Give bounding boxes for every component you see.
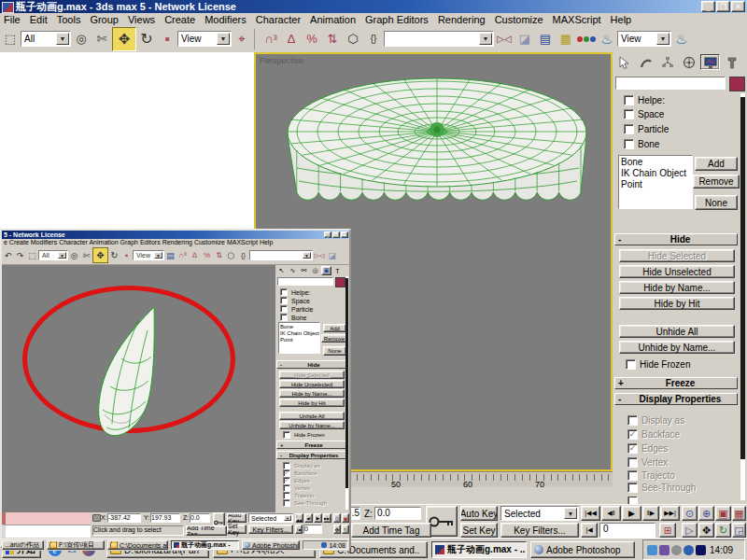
add-button[interactable]: Add — [323, 324, 346, 332]
angle-snap-icon[interactable]: ∆ — [281, 29, 302, 49]
select-by-region-icon[interactable]: ◎ — [68, 249, 80, 262]
tab-modify[interactable]: ∿ — [288, 266, 298, 275]
list-item[interactable]: Point — [621, 179, 690, 190]
arc-rotate-button[interactable]: ↻ — [715, 523, 731, 538]
menu-create[interactable]: Create — [164, 14, 195, 25]
dropdown-arrow-icon[interactable]: ▼ — [56, 33, 69, 45]
tab-modify[interactable] — [636, 54, 655, 70]
inner-taskbar-item-photoshop[interactable]: Adobe Photoshop — [242, 540, 300, 550]
auto-key-button[interactable]: Auto Key — [460, 506, 498, 521]
tray-icon[interactable] — [684, 545, 694, 555]
category-listbox[interactable]: Bone IK Chain Object Point — [278, 322, 320, 354]
checkbox-icon[interactable] — [626, 359, 636, 370]
undo-icon[interactable]: ↶ — [2, 249, 14, 262]
tray-icon[interactable] — [659, 545, 669, 555]
unhide-all-button[interactable]: Unhide All — [619, 325, 735, 338]
freeze-rollout-header[interactable]: + Freeze — [276, 441, 346, 449]
tab-display[interactable]: ▣ — [321, 266, 331, 275]
crossing-selection-icon[interactable]: ✄ — [92, 29, 112, 49]
spinner-snap-icon[interactable]: ⇅ — [322, 29, 343, 49]
checkbox-icon[interactable] — [280, 288, 288, 296]
dropdown-arrow-icon[interactable]: ▼ — [479, 33, 492, 45]
tab-utilities[interactable] — [722, 54, 741, 70]
layers-icon[interactable]: ▤ — [164, 249, 176, 262]
spinner-snap-icon[interactable]: ⇅ — [213, 249, 225, 262]
inner-menu-bar[interactable]: e Create Modifiers Character Animation G… — [2, 239, 349, 246]
rectangular-selection-icon[interactable]: ⬚ — [0, 29, 21, 49]
tab-hierarchy[interactable] — [657, 54, 677, 70]
scrollbar-thumb[interactable] — [345, 278, 348, 488]
dropdown-arrow-icon[interactable]: ▼ — [154, 252, 162, 259]
inner-toolbar[interactable]: ↶ ↷ ⬚ All▼ ◎ ✄ ✥ ↻ ▪ View▼ ▤ ∩³ ∆ % ⇅ ⬡ … — [2, 246, 349, 265]
align-icon[interactable]: ◪ — [514, 29, 535, 49]
hide-rollout-header[interactable]: - Hide — [614, 233, 738, 245]
selected-filter-dropdown[interactable]: Selected▼ — [248, 513, 293, 523]
hide-unselected-button[interactable]: Hide Unselected — [619, 265, 735, 278]
checkbox-icon[interactable] — [280, 314, 288, 321]
checkbox-icon[interactable] — [624, 109, 634, 119]
snap-toggle-3d-icon[interactable]: ∩³ — [176, 249, 189, 262]
rectangular-selection-icon[interactable]: ⬚ — [26, 249, 38, 262]
hide-unselected-button[interactable]: Hide Unselected — [279, 380, 345, 388]
mini-listener-strip[interactable] — [2, 525, 91, 538]
close-button[interactable]: × — [731, 1, 745, 12]
unhide-by-name-button[interactable]: Unhide by Name... — [619, 341, 735, 354]
current-frame-field[interactable]: 0 — [599, 523, 655, 538]
object-color-swatch[interactable] — [335, 277, 345, 287]
object-color-swatch[interactable] — [729, 77, 745, 91]
tray-icon[interactable] — [647, 545, 657, 555]
zoom-button[interactable]: ⊙ — [682, 506, 698, 521]
selection-filter-dropdown[interactable]: All▼ — [38, 250, 68, 260]
hide-frozen-checkbox[interactable]: Hide Frozen — [283, 431, 325, 439]
remove-button[interactable]: Remove — [321, 334, 347, 343]
menu-maxscript[interactable]: MAXScript — [553, 14, 601, 25]
dropdown-arrow-icon[interactable]: ▼ — [217, 33, 230, 45]
select-and-scale-button[interactable]: ▪ — [157, 29, 177, 49]
checkbox-icon[interactable] — [624, 139, 634, 149]
go-to-start-button[interactable]: |◀◀ — [581, 506, 600, 521]
z-coordinate-field[interactable]: 0.0 — [190, 513, 210, 523]
lock-selection-icon[interactable] — [92, 514, 101, 522]
tab-hierarchy[interactable]: ⚯ — [299, 266, 309, 275]
category-listbox[interactable]: Bone IK Chain Object Point — [618, 155, 693, 209]
category-bone[interactable]: Bone — [624, 139, 659, 149]
category-particle-systems[interactable]: Particle — [280, 305, 313, 313]
inner-maximize-button[interactable]: ❐ — [332, 231, 340, 238]
tray-icon[interactable] — [671, 545, 682, 555]
menu-help[interactable]: Help — [611, 14, 632, 25]
list-item[interactable]: Bone — [621, 157, 690, 168]
previous-frame-button[interactable]: ◀‖ — [304, 513, 313, 523]
inner-window[interactable]: 5 - Network License _ ❐ × e Create Modif… — [0, 229, 351, 548]
named-selection-icon[interactable]: {} — [237, 249, 249, 262]
panel-scrollbar[interactable] — [345, 276, 348, 510]
reference-coordinate-dropdown[interactable]: View▼ — [133, 250, 164, 260]
go-to-end-button[interactable]: ▶▶| — [323, 513, 331, 523]
redo-icon[interactable]: ↷ — [14, 249, 26, 262]
zoom-all-button[interactable]: ⊕ — [698, 506, 714, 521]
category-bone[interactable]: Bone — [280, 314, 306, 321]
cube-icon[interactable]: ⬡ — [343, 29, 363, 49]
macro-recorder-strip[interactable] — [2, 512, 91, 525]
checkbox-icon[interactable] — [280, 297, 288, 304]
zoom-extents-button[interactable]: ▣ — [342, 513, 349, 523]
pan-button[interactable]: ✥ — [333, 525, 341, 534]
named-selection-dropdown[interactable]: ▼ — [384, 31, 494, 47]
inner-viewport[interactable] — [2, 265, 275, 512]
tab-display[interactable] — [700, 54, 720, 70]
mirror-icon[interactable]: ▷◁ — [494, 29, 514, 49]
inner-minimize-button[interactable]: _ — [324, 231, 331, 238]
select-and-move-button[interactable]: ✥ — [112, 27, 136, 51]
dropdown-arrow-icon[interactable]: ▼ — [284, 515, 291, 521]
set-key-button[interactable]: Set Key — [227, 525, 247, 534]
key-filters-button[interactable]: Key Filters... — [248, 525, 293, 534]
dropdown-arrow-icon[interactable]: ▼ — [656, 33, 669, 45]
field-of-view-button[interactable]: ▷ — [682, 523, 698, 538]
previous-frame-button[interactable]: ◀‖ — [601, 506, 621, 521]
inner-taskbar-item[interactable]: C:\Documents and.. — [107, 540, 168, 550]
object-name-field[interactable] — [277, 277, 333, 286]
menu-graph-editors[interactable]: Graph Editors — [365, 14, 429, 25]
align-icon[interactable]: ◪ — [326, 249, 338, 262]
layer-manager-icon[interactable]: ▤ — [535, 29, 556, 49]
reference-coordinate-dropdown[interactable]: View▼ — [177, 31, 232, 47]
menu-rendering[interactable]: Rendering — [438, 14, 486, 25]
